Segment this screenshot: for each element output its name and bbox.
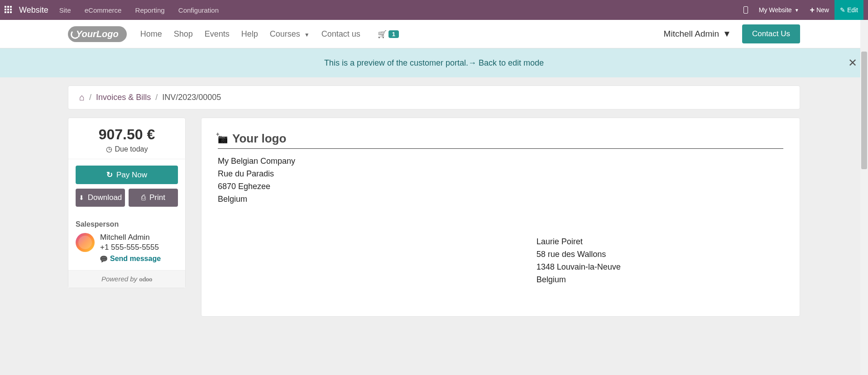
salesperson-heading: Salesperson [76, 220, 178, 228]
topbar-menu-configuration[interactable]: Configuration [178, 6, 219, 14]
nav-home[interactable]: Home [140, 29, 162, 39]
chat-icon [100, 255, 107, 263]
back-to-edit-link[interactable]: Back to edit mode [468, 58, 544, 68]
company-logo[interactable]: YourLogo [68, 26, 127, 42]
from-line-4: Belgium [218, 193, 783, 206]
cart-link[interactable]: 1 [378, 29, 399, 39]
due-label: Due today [68, 145, 185, 153]
clock-icon [106, 145, 112, 153]
invoice-document: + Your logo My Belgian Company Rue du Pa… [201, 118, 800, 317]
arrow-right-icon [468, 58, 476, 67]
powered-by: Powered by odoo [68, 270, 185, 288]
download-icon [79, 193, 84, 202]
pay-label: Pay Now [116, 171, 147, 180]
topbar-menu-reporting[interactable]: Reporting [135, 6, 165, 14]
print-label: Print [149, 193, 165, 202]
chevron-down-icon: ▼ [723, 29, 731, 39]
send-message-label: Send message [110, 255, 161, 263]
send-message-link[interactable]: Send message [100, 255, 161, 263]
print-icon [141, 193, 146, 202]
apps-grid-icon[interactable] [5, 6, 13, 14]
customer-address: Laurie Poiret 58 rue des Wallons 1348 Lo… [537, 236, 621, 286]
invoice-sidebar: 907.50 € Due today Pay Now Download [68, 118, 186, 288]
download-label: Download [88, 193, 122, 202]
scrollbar-thumb[interactable] [861, 52, 867, 169]
to-line-3: 1348 Louvain-la-Neuve [537, 261, 621, 274]
breadcrumb-invoices[interactable]: Invoices & Bills [96, 93, 151, 102]
topbar-brand[interactable]: Website [19, 5, 48, 15]
powered-brand: odoo [139, 275, 152, 283]
cart-count-badge: 1 [388, 30, 399, 38]
nav-courses-label: Courses [270, 29, 300, 38]
user-name: Mitchell Admin [664, 29, 719, 39]
print-button[interactable]: Print [129, 189, 178, 207]
nav-courses[interactable]: Courses ▼ [270, 29, 310, 39]
company-address: My Belgian Company Rue du Paradis 6870 E… [218, 155, 783, 206]
cart-icon [378, 29, 387, 39]
mobile-preview-icon[interactable] [738, 0, 753, 20]
salesperson-avatar [76, 233, 95, 252]
salesperson-phone: +1 555-555-5555 [100, 243, 161, 252]
website-navbar: YourLogo Home Shop Events Help Courses ▼… [0, 20, 868, 48]
doc-logo-title: Your logo [232, 132, 286, 146]
breadcrumb-sep: / [155, 93, 158, 102]
camera-icon[interactable]: + [218, 133, 228, 144]
topbar-menu-site[interactable]: Site [59, 6, 71, 14]
pay-now-button[interactable]: Pay Now [76, 166, 178, 184]
powered-text: Powered by [101, 275, 139, 283]
invoice-amount: 907.50 € [68, 126, 185, 143]
alert-close-button[interactable]: ✕ [848, 57, 857, 69]
breadcrumb-current: INV/2023/00005 [162, 93, 221, 102]
from-line-1: My Belgian Company [218, 155, 783, 168]
edit-label: Edit [847, 6, 858, 14]
nav-shop[interactable]: Shop [174, 29, 193, 39]
from-line-3: 6870 Eghezee [218, 180, 783, 193]
breadcrumb: / Invoices & Bills / INV/2023/00005 [68, 85, 800, 109]
contact-us-button[interactable]: Contact Us [742, 24, 800, 43]
page-body: / Invoices & Bills / INV/2023/00005 907.… [0, 77, 868, 317]
doc-logo-row: + Your logo [218, 132, 783, 149]
odoo-topbar: Website Site eCommerce Reporting Configu… [0, 0, 868, 20]
pay-icon [106, 170, 113, 180]
to-line-1: Laurie Poiret [537, 236, 621, 248]
breadcrumb-home-icon[interactable] [79, 92, 85, 103]
pencil-icon [840, 6, 845, 14]
nav-contact-us[interactable]: Contact us [321, 29, 360, 39]
preview-alert: This is a preview of the customer portal… [0, 48, 868, 77]
topbar-menu-ecommerce[interactable]: eCommerce [85, 6, 122, 14]
topbar-right: My Website ▼ New Edit [738, 0, 863, 20]
nav-help[interactable]: Help [241, 29, 258, 39]
new-label: New [816, 6, 829, 14]
user-menu[interactable]: Mitchell Admin ▼ [664, 29, 731, 39]
breadcrumb-sep: / [89, 93, 91, 102]
from-line-2: Rue du Paradis [218, 168, 783, 180]
salesperson-name: Mitchell Admin [100, 233, 161, 242]
alert-text: This is a preview of the customer portal… [324, 58, 468, 68]
my-website-label: My Website [759, 6, 792, 14]
edit-button[interactable]: Edit [834, 0, 863, 20]
download-button[interactable]: Download [76, 189, 125, 207]
nav-events[interactable]: Events [205, 29, 230, 39]
scrollbar-track[interactable] [860, 20, 868, 375]
caret-down-icon: ▼ [795, 8, 799, 13]
to-line-4: Belgium [537, 274, 621, 286]
due-text: Due today [115, 145, 148, 153]
plus-icon [810, 5, 815, 15]
my-website-dropdown[interactable]: My Website ▼ [753, 0, 805, 20]
back-to-edit-label: Back to edit mode [479, 58, 544, 67]
new-button[interactable]: New [805, 0, 834, 20]
chevron-down-icon: ▼ [304, 32, 310, 38]
to-line-2: 58 rue des Wallons [537, 248, 621, 261]
topbar-menu: Site eCommerce Reporting Configuration [59, 6, 230, 14]
